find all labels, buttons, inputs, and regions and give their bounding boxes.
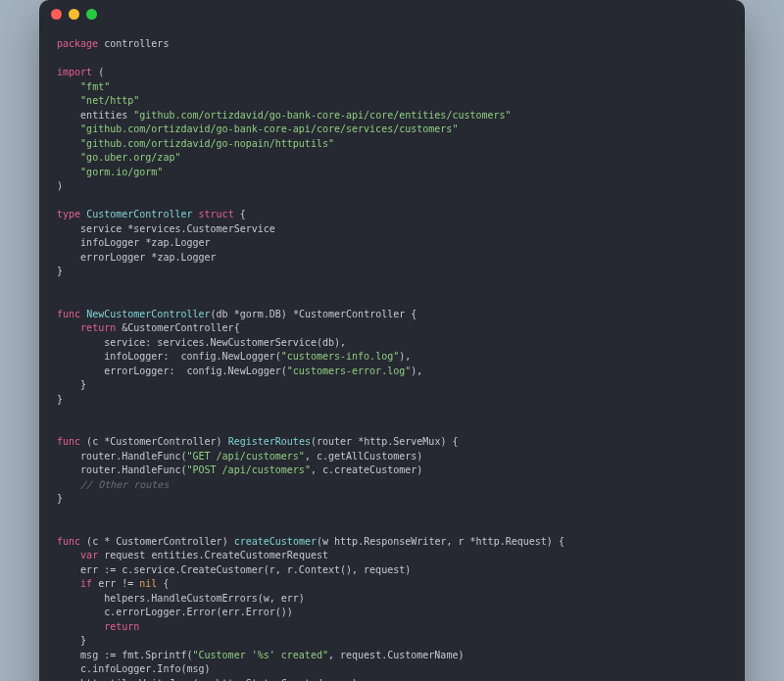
import-services: "github.com/ortizdavid/go-bank-core-api/… (80, 123, 458, 134)
req-entity-type: entities.CreateCustomerRequest (151, 550, 328, 560)
err-log-str: "customers-error.log" (287, 365, 411, 376)
brace-open: { (240, 209, 246, 219)
close-icon[interactable] (51, 9, 62, 20)
fn-register-routes: RegisterRoutes (228, 436, 311, 447)
pkg-name: controllers (104, 38, 169, 49)
zoom-icon[interactable] (86, 9, 97, 20)
import-fmt: "fmt" (80, 81, 110, 92)
zap-type-1: *zap.Logger (145, 237, 210, 248)
code-window: package controllers import ( "fmt" "net/… (39, 0, 745, 681)
field-service: service (80, 223, 122, 234)
type-name: CustomerController (86, 209, 192, 219)
comment-other-routes: // Other routes (80, 479, 169, 490)
fn-create-customer: createCustomer (234, 536, 317, 547)
route-get: "GET /api/customers" (186, 451, 304, 462)
recv-c-1: c (92, 436, 98, 447)
ret-type: *CustomerController (293, 309, 405, 319)
kw-import: import (57, 67, 92, 77)
fn-new-cc: NewCustomerController (86, 309, 210, 319)
servemux-type: *http.ServeMux (358, 436, 440, 447)
handlefunc-1-r: , c.getAllCustomers) (305, 451, 422, 462)
field-error-logger: errorLogger (80, 252, 145, 263)
info-log-call: c.infoLogger.Info(msg) (80, 663, 210, 674)
svc-init: service: services.NewCustomerService(db)… (104, 337, 346, 348)
info-init: infoLogger: config.NewLogger( (104, 351, 281, 362)
nil-literal: nil (139, 578, 157, 589)
write-json: httputils.WriteJson(w, http.StatusCreate… (80, 678, 358, 682)
handlefunc-1-l: router.HandleFunc( (80, 451, 186, 462)
handlefunc-2-l: router.HandleFunc( (80, 464, 186, 475)
kw-struct: struct (199, 209, 234, 219)
msg-format-str: "Customer '%s' created" (192, 650, 327, 660)
kw-type: type (57, 209, 80, 219)
paren-close: ) (57, 180, 63, 191)
recv-c-2: c (92, 536, 98, 547)
gorm-type: *gorm.DB (234, 309, 281, 319)
param-w: w (322, 536, 328, 547)
kw-func-1: func (57, 309, 80, 319)
var-request: request (104, 550, 145, 560)
code-editor[interactable]: package controllers import ( "fmt" "net/… (39, 27, 745, 681)
log-error: c.errorLogger.Error(err.Error()) (104, 607, 293, 617)
msg-assign-l: msg := fmt.Sprintf( (80, 650, 192, 660)
import-gorm: "gorm.io/gorm" (80, 167, 163, 177)
minimize-icon[interactable] (69, 9, 79, 20)
kw-var: var (80, 550, 98, 560)
import-entities: "github.com/ortizdavid/go-bank-core-api/… (133, 110, 511, 121)
param-r: r (459, 536, 465, 547)
kw-if: if (80, 578, 92, 589)
zap-type-2: *zap.Logger (151, 252, 216, 263)
kw-return-2: return (104, 621, 139, 632)
import-entities-alias: entities (80, 110, 127, 121)
recv-type-2: * CustomerController (104, 536, 221, 547)
msg-assign-r: , request.CustomerName) (328, 650, 464, 660)
field-service-type: *services.CustomerService (127, 223, 275, 234)
rw-type: http.ResponseWriter (334, 536, 446, 547)
amp-cc: &CustomerController (122, 322, 233, 333)
req-type: *http.Request (470, 536, 547, 547)
kw-func-3: func (57, 536, 80, 547)
import-http: "net/http" (80, 95, 139, 106)
param-db: db (217, 309, 228, 319)
recv-type-1: *CustomerController (104, 436, 216, 447)
paren-open: ( (98, 67, 104, 77)
kw-return-1: return (80, 322, 116, 333)
titlebar (39, 0, 745, 27)
route-post: "POST /api/customers" (186, 464, 310, 475)
brace-close: } (57, 266, 63, 276)
info-log-str: "customers-info.log" (281, 351, 399, 362)
param-router: router (317, 436, 352, 447)
err-assign: err := c.service.CreateCustomer(r, r.Con… (80, 564, 411, 575)
if-cond: err != (98, 578, 133, 589)
import-zap: "go.uber.org/zap" (80, 152, 180, 163)
handlefunc-2-r: , c.createCustomer) (311, 464, 422, 475)
err-init: errorLogger: config.NewLogger( (104, 365, 287, 376)
field-info-logger: infoLogger (80, 237, 139, 248)
handle-errors: helpers.HandleCustomErrors(w, err) (104, 593, 305, 604)
import-httputils: "github.com/ortizdavid/go-nopain/httputi… (80, 138, 334, 149)
kw-package: package (57, 38, 98, 49)
kw-func-2: func (57, 436, 80, 447)
